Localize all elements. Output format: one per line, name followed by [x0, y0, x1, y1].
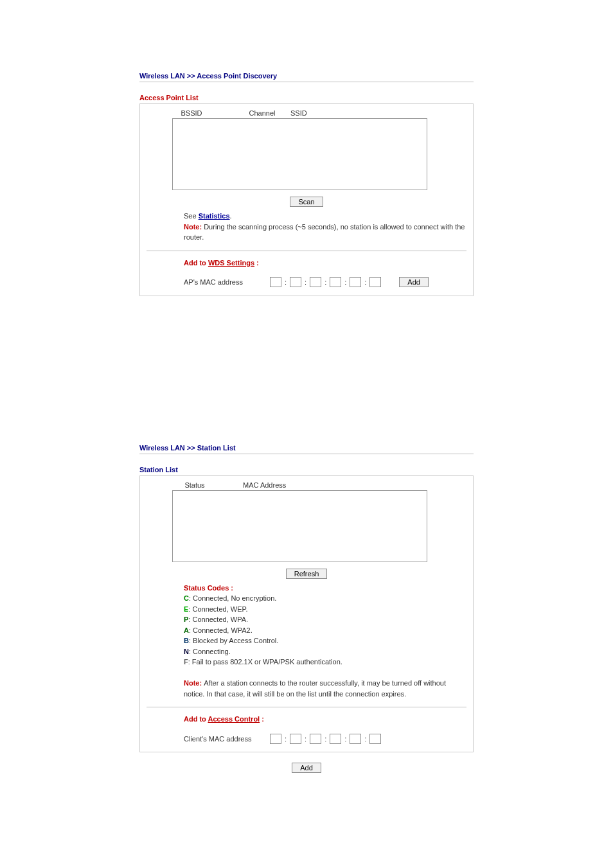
ap-mac-octet-2[interactable]	[290, 277, 301, 287]
status-codes-block: Status Codes : C: Connected, No encrypti…	[147, 583, 466, 700]
divider	[147, 251, 466, 251]
mac-colon: :	[324, 277, 327, 288]
refresh-button[interactable]: Refresh	[286, 569, 328, 579]
code-a-text: : Connected, WPA2.	[189, 626, 253, 634]
client-mac-octet-6[interactable]	[369, 734, 381, 744]
mac-colon: :	[364, 277, 367, 288]
ap-column-headers: BSSID Channel SSID	[147, 109, 466, 117]
mac-colon: :	[284, 734, 287, 745]
breadcrumb-ap-discovery: Wireless LAN >> Access Point Discovery	[139, 0, 474, 82]
client-mac-octet-4[interactable]	[330, 734, 341, 744]
col-bssid: BSSID	[147, 109, 236, 117]
mac-colon: :	[344, 277, 347, 288]
station-list-panel: Status MAC Address Refresh Status Codes …	[139, 475, 474, 753]
col-ssid: SSID	[288, 109, 342, 117]
mac-colon: :	[364, 734, 367, 745]
code-b-text: : Blocked by Access Control.	[189, 637, 278, 644]
ap-mac-octet-4[interactable]	[330, 277, 341, 287]
mac-colon: :	[304, 734, 307, 745]
code-p-text: : Connected, WPA.	[188, 616, 248, 623]
code-n-text: : Connecting.	[189, 648, 231, 655]
mac-colon: :	[324, 734, 327, 745]
status-codes-title: Status Codes :	[184, 584, 233, 592]
code-a: A	[184, 626, 189, 634]
statistics-link[interactable]: Statistics	[199, 212, 230, 220]
addto-prefix: Add to	[184, 715, 208, 723]
ap-add-button[interactable]: Add	[399, 277, 429, 287]
client-mac-label: Client's MAC address	[184, 734, 267, 745]
col-channel: Channel	[236, 109, 288, 117]
col-status: Status	[147, 481, 243, 489]
divider	[147, 707, 466, 707]
addto-suffix: :	[260, 715, 264, 723]
ap-mac-octet-5[interactable]	[350, 277, 361, 287]
code-n: N	[184, 648, 189, 655]
ap-list-box[interactable]	[172, 118, 427, 190]
see-prefix: See	[184, 212, 199, 220]
wds-settings-link[interactable]: WDS Settings	[208, 259, 254, 267]
code-b: B	[184, 637, 189, 644]
station-note-text: After a station connects to the router s…	[184, 679, 446, 698]
addto-suffix: :	[254, 259, 259, 267]
code-c-text: : Connected, No encryption.	[189, 594, 276, 602]
client-mac-octet-5[interactable]	[350, 734, 361, 744]
ap-mac-row: AP's MAC address : : : : : Add	[147, 277, 466, 288]
ap-list-heading: Access Point List	[139, 94, 474, 102]
scan-button[interactable]: Scan	[290, 197, 323, 207]
station-list-box[interactable]	[172, 490, 427, 562]
station-list-heading: Station List	[139, 466, 474, 474]
code-f: F	[184, 658, 188, 666]
ap-mac-label: AP's MAC address	[184, 277, 267, 288]
code-c: C	[184, 594, 189, 602]
client-mac-octet-3[interactable]	[310, 734, 321, 744]
see-suffix: .	[230, 212, 232, 220]
note-label: Note:	[184, 223, 204, 231]
addto-prefix: Add to	[184, 259, 208, 267]
mac-colon: :	[344, 734, 347, 745]
mac-colon: :	[284, 277, 287, 288]
client-mac-octet-2[interactable]	[290, 734, 301, 744]
station-column-headers: Status MAC Address	[147, 481, 466, 489]
station-note-label: Note:	[184, 679, 204, 687]
code-e-text: : Connected, WEP.	[188, 605, 247, 613]
breadcrumb-station-list: Wireless LAN >> Station List	[139, 444, 474, 454]
mac-colon: :	[304, 277, 307, 288]
access-control-link[interactable]: Access Control	[208, 715, 260, 723]
ap-mac-octet-1[interactable]	[270, 277, 281, 287]
note-text: During the scanning process (~5 seconds)…	[184, 223, 465, 242]
client-mac-row: Client's MAC address : : : : :	[147, 734, 466, 745]
col-mac: MAC Address	[243, 481, 320, 489]
ap-list-panel: BSSID Channel SSID Scan See Statistics. …	[139, 103, 474, 296]
code-f-text: : Fail to pass 802.1X or WPA/PSK authent…	[188, 658, 342, 666]
client-mac-octet-1[interactable]	[270, 734, 281, 744]
client-add-button[interactable]: Add	[292, 763, 321, 773]
ap-mac-octet-6[interactable]	[369, 277, 381, 287]
ap-mac-octet-3[interactable]	[310, 277, 321, 287]
